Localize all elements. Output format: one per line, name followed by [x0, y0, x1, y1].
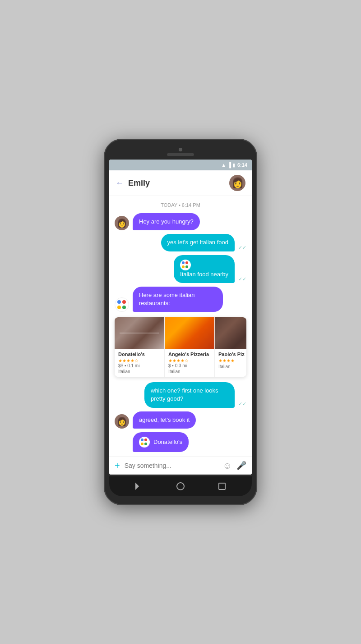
- mic-button[interactable]: 🎤: [236, 461, 246, 470]
- sent-message-container: which one? first one looks pretty good? …: [144, 382, 246, 407]
- price: $: [168, 363, 171, 368]
- message-text: Here are some italian restaurants:: [139, 292, 195, 306]
- restaurant-stars: ★★★★☆: [118, 358, 161, 363]
- status-icons: ▲ ▐ ▮: [221, 162, 235, 168]
- contact-avatar[interactable]: 👩: [229, 175, 245, 191]
- restaurant-cuisine: Italian: [218, 364, 246, 369]
- message-input[interactable]: [125, 462, 218, 469]
- restaurant-item[interactable]: Donatello's ★★★★☆ $$ • 0.1 mi Italian: [115, 317, 165, 377]
- recent-nav-button[interactable]: [218, 483, 226, 490]
- dot-green: [185, 265, 188, 268]
- restaurant-details: $ • 0.3 mi: [168, 363, 211, 368]
- phone-frame: ▲ ▐ ▮ 6:14 ← Emily 👩 TODAY • 6:14 PM 👩: [104, 139, 257, 505]
- assistant-logo: [180, 260, 191, 270]
- restaurants-list: Donatello's ★★★★☆ $$ • 0.1 mi Italian: [115, 317, 246, 377]
- avatar-icon: 👩: [117, 218, 127, 228]
- dot-yellow: [182, 265, 185, 268]
- restaurant-image: [215, 317, 246, 349]
- stars: ★★★★☆: [168, 358, 189, 363]
- stars: ★★★★☆: [118, 358, 139, 363]
- avatar-emoji: 👩: [231, 177, 244, 189]
- restaurant-item[interactable]: Paolo's Piz ★★★★ Italian: [215, 317, 246, 377]
- message-row: 👩 agreed, let's book it: [115, 411, 246, 429]
- message-row: yes let's get Italian food ✓✓: [115, 234, 246, 251]
- assistant-sent-bubble: Italian food nearby: [174, 255, 235, 283]
- back-button[interactable]: ←: [116, 178, 124, 188]
- phone-top: [109, 148, 252, 156]
- received-bubble: Hey are you hungry?: [133, 213, 200, 230]
- battery-icon: ▮: [232, 162, 235, 168]
- contact-name: Emily: [128, 178, 229, 188]
- dot: [141, 443, 143, 445]
- google-dots-avatar: [117, 300, 126, 309]
- assistant-donatello-bubble: Donatello's: [133, 432, 189, 452]
- check-icon: ✓✓: [238, 245, 246, 251]
- status-time: 6:14: [237, 162, 247, 168]
- home-nav-button[interactable]: [176, 482, 185, 490]
- assistant-logo: [139, 437, 150, 448]
- restaurant-details: $$ • 0.1 mi: [118, 363, 161, 368]
- message-text: yes let's get Italian food: [167, 239, 228, 246]
- distance: 0.1 mi: [127, 363, 139, 368]
- dot-red: [185, 261, 188, 264]
- message-text: Hey are you hungry?: [139, 218, 194, 225]
- phone-screen: ▲ ▐ ▮ 6:14 ← Emily 👩 TODAY • 6:14 PM 👩: [109, 160, 252, 475]
- dot: [144, 438, 147, 441]
- dot: [122, 300, 126, 304]
- input-bar: + ☺ 🎤: [109, 457, 252, 475]
- price: $$: [118, 363, 123, 368]
- restaurant-cuisine: Italian: [168, 369, 211, 374]
- google-dots: [182, 261, 189, 269]
- stars: ★★★★: [218, 358, 235, 363]
- distance: 0.3 mi: [175, 363, 187, 368]
- dot: [117, 306, 121, 309]
- check-icon: ✓✓: [238, 401, 246, 407]
- dot: [122, 306, 126, 309]
- restaurant-image: [115, 317, 164, 349]
- restaurant-info: Paolo's Piz ★★★★ Italian: [215, 349, 246, 372]
- restaurant-cuisine: Italian: [118, 369, 161, 374]
- google-dots: [141, 438, 148, 446]
- assistant-avatar: [115, 297, 129, 312]
- message-row: Italian food nearby ✓✓: [115, 255, 246, 283]
- restaurant-name: Paolo's Piz: [218, 352, 246, 357]
- message-row: 👩 Hey are you hungry?: [115, 213, 246, 230]
- sent-message-container: yes let's get Italian food ✓✓: [161, 234, 246, 251]
- dot: [144, 443, 147, 445]
- back-nav-button[interactable]: [135, 483, 143, 490]
- restaurant-name: Angelo's Pizzeria: [168, 352, 211, 357]
- restaurant-info: Angelo's Pizzeria ★★★★☆ $ • 0.3 mi Itali…: [165, 349, 214, 377]
- speaker: [167, 153, 194, 156]
- message-row: which one? first one looks pretty good? …: [115, 382, 246, 407]
- restaurant-stars: ★★★★☆: [168, 358, 211, 363]
- sent-bubble: yes let's get Italian food: [161, 234, 235, 251]
- date-separator: TODAY • 6:14 PM: [115, 202, 246, 208]
- sender-avatar: 👩: [115, 216, 129, 230]
- emoji-button[interactable]: ☺: [223, 461, 232, 471]
- chat-header: ← Emily 👩: [109, 170, 252, 196]
- restaurant-item[interactable]: Angelo's Pizzeria ★★★★☆ $ • 0.3 mi Itali…: [165, 317, 215, 377]
- restaurants-card[interactable]: Donatello's ★★★★☆ $$ • 0.1 mi Italian: [115, 317, 246, 377]
- wifi-icon: ▲: [221, 162, 226, 168]
- nav-bar: [109, 476, 252, 496]
- sender-avatar: 👩: [115, 414, 129, 429]
- restaurant-image: [165, 317, 214, 349]
- dot: [141, 438, 143, 441]
- check-icon: ✓✓: [238, 276, 246, 282]
- message-text: Italian food nearby: [180, 271, 228, 278]
- restaurant-name: Donatello's: [118, 352, 161, 357]
- message-text: Donatello's: [153, 438, 182, 446]
- assistant-bubble: Here are some italian restaurants:: [133, 287, 223, 312]
- signal-icon: ▐: [227, 162, 231, 168]
- camera: [179, 148, 182, 151]
- message-row: Donatello's: [115, 432, 246, 452]
- dot-blue: [182, 261, 185, 264]
- dot: [117, 300, 121, 304]
- sent-assistant-container: Italian food nearby ✓✓: [174, 255, 246, 283]
- avatar-icon: 👩: [117, 416, 127, 426]
- sent-bubble: which one? first one looks pretty good?: [144, 382, 235, 407]
- restaurant-info: Donatello's ★★★★☆ $$ • 0.1 mi Italian: [115, 349, 164, 377]
- plus-button[interactable]: +: [115, 461, 120, 471]
- status-bar: ▲ ▐ ▮ 6:14: [109, 160, 252, 170]
- received-bubble: agreed, let's book it: [133, 411, 196, 429]
